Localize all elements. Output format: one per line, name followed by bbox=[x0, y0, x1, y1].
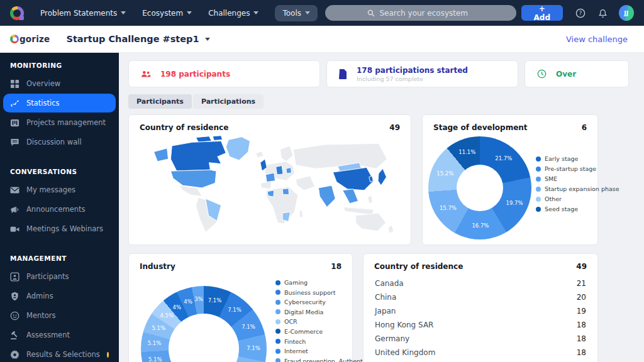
sidebar-item-participants[interactable]: Participants bbox=[3, 267, 116, 286]
table-row: Hong Kong SAR18 bbox=[364, 318, 597, 332]
legend-label: Startup expansion phase bbox=[545, 185, 619, 192]
map-region-canada bbox=[170, 141, 226, 171]
map-region-scandinavia bbox=[280, 146, 293, 162]
sidebar-item-statistics[interactable]: Statistics bbox=[3, 94, 116, 112]
sidebar-item-label: Overview bbox=[26, 79, 60, 88]
legend-label: Internet bbox=[284, 348, 308, 354]
sidebar-item-label: Statistics bbox=[26, 99, 60, 107]
legend-dot-icon bbox=[275, 329, 280, 334]
chart-title: Country of residence bbox=[374, 262, 463, 271]
tabs: ParticipantsParticipations bbox=[128, 94, 629, 109]
chevron-down-icon bbox=[205, 38, 210, 41]
nav-item-ecosystem[interactable]: Ecosystem bbox=[142, 9, 192, 18]
slice-label: 7.1% bbox=[242, 324, 255, 330]
sidebar-item-label: Projects management bbox=[26, 118, 106, 127]
slice-label: 15.7% bbox=[440, 205, 457, 211]
ecosystem-search[interactable] bbox=[325, 5, 516, 21]
country-table-card: Country of residence 49 Canada21China20J… bbox=[363, 253, 598, 362]
legend-item: Gaming bbox=[275, 279, 369, 286]
legend-dot-icon bbox=[275, 290, 280, 295]
participants-count-text: 198 participants bbox=[160, 70, 230, 79]
country-count: 20 bbox=[577, 293, 586, 302]
people-icon bbox=[141, 70, 151, 79]
mail-icon bbox=[10, 186, 19, 194]
participations-count-card: 178 participations started Including 57 … bbox=[326, 60, 518, 87]
search-input[interactable] bbox=[379, 9, 474, 18]
tab-participations[interactable]: Participations bbox=[193, 94, 264, 109]
slice-label: 5.1% bbox=[148, 340, 162, 346]
legend-dot-icon bbox=[536, 167, 541, 172]
world-map[interactable] bbox=[134, 133, 407, 241]
sidebar-item-mentors[interactable]: Mentors bbox=[3, 306, 116, 325]
help-icon[interactable]: ? bbox=[575, 8, 586, 18]
legend-item: Business support bbox=[275, 289, 369, 296]
legend-dot-icon bbox=[536, 177, 541, 182]
chart-count: 6 bbox=[582, 123, 587, 132]
brand-text: gorize bbox=[19, 34, 50, 44]
nav-item-problem-statements[interactable]: Problem Statements bbox=[40, 9, 126, 18]
sidebar-item-results-selections[interactable]: Results & Selections bbox=[3, 345, 116, 362]
sidebar-item-label: Results & Selections bbox=[26, 350, 100, 359]
agorize-wordmark[interactable]: gorize bbox=[10, 34, 50, 44]
sidebar-item-projects-management[interactable]: Projects management bbox=[3, 113, 116, 132]
map-region-france bbox=[265, 173, 275, 182]
map-region-se-asia bbox=[343, 189, 358, 204]
chart-count: 49 bbox=[576, 262, 587, 271]
map-region-australia bbox=[356, 213, 386, 231]
country-name: Hong Kong SAR bbox=[375, 321, 433, 329]
gavel-icon bbox=[10, 331, 19, 340]
tools-menu[interactable]: Tools bbox=[275, 5, 318, 21]
bell-icon[interactable] bbox=[598, 8, 608, 18]
slice-label: 4.5% bbox=[160, 312, 174, 319]
status-card: Over bbox=[525, 60, 629, 87]
nav-item-label: Ecosystem bbox=[142, 9, 183, 18]
main-content: 198 participants 178 participations star… bbox=[119, 53, 644, 362]
country-name: United Kingdom bbox=[375, 348, 435, 357]
participations-subtext: Including 57 complete bbox=[357, 75, 468, 82]
document-icon bbox=[339, 69, 347, 79]
legend-dot-icon bbox=[275, 349, 280, 354]
avatar[interactable]: JJ bbox=[619, 5, 634, 21]
donut-hole bbox=[457, 165, 503, 211]
notification-dot-badge bbox=[107, 352, 109, 358]
sidebar-item-overview[interactable]: Overview bbox=[3, 74, 116, 93]
stage-donut: 21.7%19.7%16.7%15.7%15.2%11.1% bbox=[428, 136, 531, 239]
mentor-icon bbox=[10, 311, 19, 321]
legend-dot-icon bbox=[536, 156, 541, 162]
tab-participants[interactable]: Participants bbox=[128, 94, 192, 109]
chart-title: Country of residence bbox=[140, 123, 228, 132]
stage-chart-card: Stage of development 6 21.7%19.7%16.7%15… bbox=[422, 114, 598, 245]
nav-item-challenges[interactable]: Challenges bbox=[208, 9, 258, 18]
sidebar-item-discussion-wall[interactable]: Discussion wall bbox=[3, 133, 116, 151]
main-menu: Problem StatementsEcosystemChallenges bbox=[40, 9, 275, 18]
add-button[interactable]: + Add bbox=[521, 5, 563, 21]
chevron-down-icon bbox=[187, 11, 192, 14]
legend-item: Startup expansion phase bbox=[536, 185, 619, 192]
sidebar-item-meetings-webinars[interactable]: Meetings & Webinars bbox=[3, 219, 116, 238]
sidebar-item-assessment[interactable]: Assessment bbox=[3, 326, 116, 344]
view-challenge-link[interactable]: View challenge bbox=[566, 35, 628, 44]
table-row: United Kingdom18 bbox=[364, 346, 597, 359]
agorize-brand-icon bbox=[10, 35, 19, 43]
table-row: China20 bbox=[364, 290, 597, 304]
agorize-logo-icon[interactable] bbox=[10, 6, 24, 20]
map-region-southern-africa-spot bbox=[282, 212, 290, 221]
map-region-japan bbox=[378, 168, 386, 185]
legend-dot-icon bbox=[536, 187, 541, 192]
country-count: 19 bbox=[577, 307, 586, 315]
slice-label: 16.7% bbox=[472, 222, 489, 229]
legend-item: SME bbox=[536, 175, 619, 182]
map-region-north-africa-spot bbox=[282, 189, 289, 195]
sidebar-item-label: Meetings & Webinars bbox=[26, 224, 103, 233]
sidebar-item-my-messages[interactable]: My messages bbox=[3, 180, 116, 199]
challenge-title-dropdown[interactable]: Startup Challenge #step1 bbox=[66, 34, 209, 44]
chart-title: Industry bbox=[140, 262, 175, 271]
sidebar-item-announcements[interactable]: Announcements bbox=[3, 200, 116, 219]
sidebar-item-admins[interactable]: Admins bbox=[3, 287, 116, 305]
slice-label: 4% bbox=[173, 304, 182, 310]
slice-label: 19.7% bbox=[506, 200, 523, 206]
sidebar-section-title: CONVERSATIONS bbox=[10, 168, 109, 175]
chevron-down-icon bbox=[253, 11, 258, 14]
legend-dot-icon bbox=[275, 358, 280, 362]
megaphone-icon bbox=[10, 205, 19, 214]
